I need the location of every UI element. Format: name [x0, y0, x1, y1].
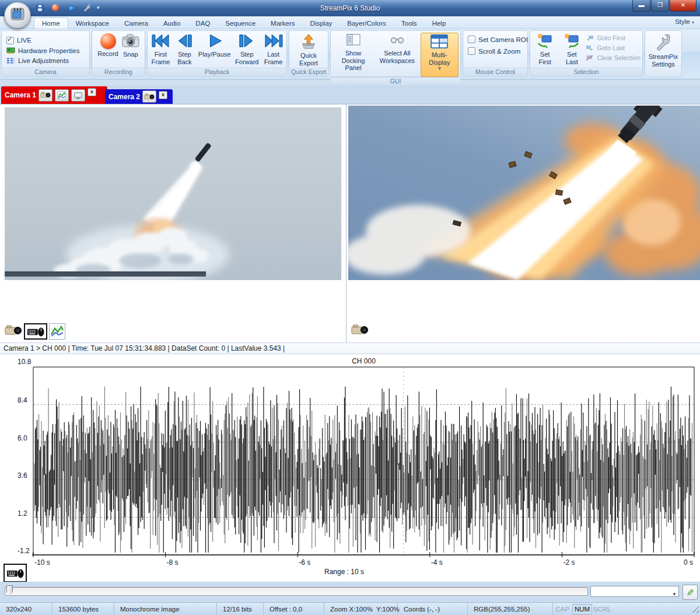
last-frame-button[interactable]: Last Frame	[262, 33, 285, 66]
camera-1-video-missile-launch[interactable]	[5, 107, 341, 280]
set-first-button[interactable]: Set First	[532, 33, 558, 66]
tab-help[interactable]: Help	[425, 18, 454, 29]
record-icon[interactable]	[50, 2, 61, 13]
multi-display-label: Multi-Display	[422, 51, 457, 66]
tab-camera[interactable]: Camera	[117, 18, 156, 29]
play-pause-button[interactable]: Play/Pause	[197, 33, 232, 59]
ribbon: LIVE Hardware Properties Live Adjustment…	[0, 29, 700, 79]
scroll-zoom-checkbox[interactable]	[468, 47, 475, 55]
tab-audio[interactable]: Audio	[156, 18, 188, 29]
multi-display-button[interactable]: Multi-Display ▼	[421, 33, 459, 77]
wrench-icon	[654, 33, 672, 52]
camera-view-icon[interactable]	[142, 90, 156, 103]
save-icon[interactable]	[34, 2, 46, 13]
hardware-card-icon	[6, 47, 15, 54]
ribbon-group-camera: LIVE Hardware Properties Live Adjustment…	[1, 30, 90, 77]
camera-2-tab[interactable]: Camera 2 x	[105, 89, 173, 104]
status-segment-2: Monochrome image	[114, 603, 217, 615]
camera-group-title: Camera	[2, 68, 89, 76]
play-icon[interactable]	[65, 2, 77, 13]
camera-icon[interactable]	[351, 323, 369, 339]
live-checkbox[interactable]	[6, 37, 14, 44]
close-button[interactable]: ✕	[670, 0, 696, 12]
set-first-icon	[537, 33, 553, 50]
status-segment-4: Offset : 0,0	[264, 603, 324, 615]
adjustments-list-icon	[6, 57, 15, 64]
status-segment-1: 153600 bytes	[52, 603, 114, 615]
status-segment-7: RGB(255,255,255)	[468, 603, 553, 615]
tab-display[interactable]: Display	[303, 18, 340, 29]
qat-dropdown-icon[interactable]: ▾	[97, 5, 100, 11]
ribbon-group-gui: Show Docking Panel Select All Workspaces…	[330, 30, 461, 77]
step-back-icon	[174, 33, 194, 50]
resize-grip-icon[interactable]	[691, 605, 699, 613]
record-button[interactable]: Record	[96, 33, 119, 58]
keyboard-mouse-control-icon[interactable]	[4, 564, 27, 582]
edit-overlay-button[interactable]: ✎	[682, 585, 698, 600]
show-docking-panel-label: Show Docking Panel	[334, 50, 373, 71]
tab-markers[interactable]: Markers	[263, 18, 303, 29]
first-frame-button[interactable]: First Frame	[149, 33, 172, 66]
ribbon-tab-strip: HomeWorkspaceCameraAudioDAQSequenceMarke…	[0, 16, 700, 29]
select-all-workspaces-label: Select All Workspaces	[376, 50, 418, 64]
hardware-properties-button[interactable]: Hardware Properties	[6, 47, 79, 54]
step-forward-button[interactable]: Step Forward	[233, 33, 261, 66]
step-back-button[interactable]: Step Back	[173, 33, 196, 66]
ribbon-group-quick-export: Quick Export Quick Export	[289, 30, 328, 77]
minimize-button[interactable]: ▬	[632, 0, 650, 12]
mouse-control-group-title: Mouse Control	[463, 68, 527, 76]
tab-workspace[interactable]: Workspace	[68, 18, 117, 29]
quick-export-label: Quick Export	[292, 52, 325, 67]
chart-view-icon[interactable]	[55, 89, 69, 102]
multi-display-dropdown-icon[interactable]: ▼	[437, 67, 442, 72]
streampix-logo-icon	[10, 6, 25, 24]
keyboard-mouse-control-icon[interactable]	[24, 323, 47, 340]
tab-home[interactable]: Home	[34, 18, 68, 29]
quick-export-button[interactable]: Quick Export	[291, 33, 326, 67]
goto-last-button[interactable]: Goto Last	[586, 44, 625, 51]
step-back-label: Step Back	[174, 51, 195, 65]
style-menu-label: Style	[675, 18, 690, 25]
camera-2-video-missile-closeup[interactable]	[348, 106, 700, 280]
first-frame-label: First Frame	[150, 51, 171, 65]
camera-view-icon[interactable]	[38, 89, 52, 102]
chart-icon[interactable]	[49, 323, 65, 340]
set-camera-roi-checkbox[interactable]	[468, 36, 475, 43]
overlay-combobox[interactable]: ▼	[590, 586, 679, 597]
timeline-slider-track[interactable]	[5, 587, 588, 596]
svg-text:CH 000: CH 000	[352, 357, 376, 365]
maximize-button[interactable]: ❐	[651, 0, 669, 12]
display-view-icon[interactable]	[71, 89, 85, 102]
record-sphere-icon	[100, 33, 116, 49]
daq-status-line: Camera 1 > CH 000 | Time: Tue Jul 07 15:…	[0, 343, 700, 354]
live-adjustments-button[interactable]: Live Adjustments	[6, 57, 69, 64]
settings-wrench-icon[interactable]	[81, 2, 93, 13]
tab-daq[interactable]: DAQ	[188, 18, 218, 29]
live-checkbox-row[interactable]: LIVE	[6, 37, 32, 44]
camera-2-close-icon[interactable]: x	[159, 91, 167, 99]
camera-1-close-icon[interactable]: x	[88, 88, 96, 96]
panel-divider	[346, 104, 346, 343]
tab-tools[interactable]: Tools	[394, 18, 425, 29]
set-last-button[interactable]: Set Last	[559, 33, 584, 66]
style-menu[interactable]: Style ▾	[675, 18, 694, 25]
camera-1-tab[interactable]: Camera 1 x	[1, 86, 107, 104]
tab-sequence[interactable]: Sequence	[218, 18, 263, 29]
app-menu-button[interactable]	[4, 2, 31, 29]
scroll-zoom-label: Scroll & Zoom	[478, 48, 520, 55]
show-docking-panel-button[interactable]: Show Docking Panel	[332, 33, 374, 72]
tab-bayer-colors[interactable]: Bayer/Colors	[340, 18, 393, 29]
scroll-zoom-row[interactable]: Scroll & Zoom	[468, 47, 520, 55]
clear-selection-button[interactable]: Clear Selection	[586, 54, 640, 61]
snap-button[interactable]: Snap	[121, 33, 141, 59]
live-label: LIVE	[17, 37, 32, 44]
goto-first-button[interactable]: Goto First	[586, 34, 625, 41]
select-all-workspaces-button[interactable]: Select All Workspaces	[375, 33, 419, 65]
camera-tab-bar: Camera 1 x Camera 2 x	[0, 85, 700, 104]
daq-chart[interactable]: 10.88.46.03.61.2-1.2-10 s-8 s-6 s-4 s-2 …	[0, 354, 700, 582]
streampix-settings-button[interactable]: StreamPix Settings	[647, 33, 680, 68]
set-last-label: Set Last	[560, 51, 583, 65]
camera-icon[interactable]	[5, 324, 22, 340]
svg-text:8.4: 8.4	[18, 396, 27, 404]
set-camera-roi-row[interactable]: Set Camera ROI	[468, 36, 528, 43]
